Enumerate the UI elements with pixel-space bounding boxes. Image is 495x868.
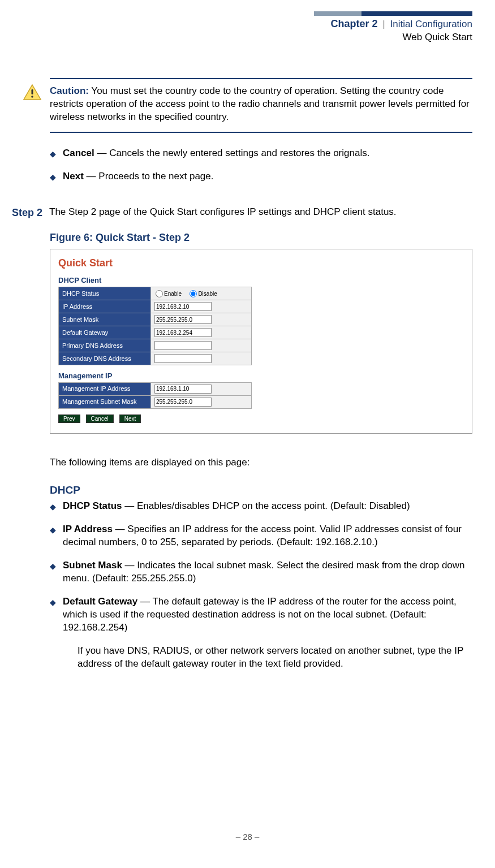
- svg-point-2: [31, 96, 33, 98]
- row-value: [151, 352, 252, 365]
- row-label: IP Address: [59, 300, 151, 313]
- caution-label: Caution:: [50, 85, 89, 96]
- dhcp-enable-radio[interactable]: [156, 290, 163, 297]
- diamond-icon: ◆: [50, 597, 56, 608]
- diamond-icon: ◆: [50, 561, 56, 572]
- row-value: [151, 300, 252, 313]
- dhcp-client-heading: DHCP Client: [58, 275, 464, 286]
- next-button[interactable]: Next: [119, 414, 141, 423]
- list-item: ◆ Next — Proceeds to the next page.: [50, 170, 472, 183]
- page-header: Chapter 2 | Initial Configuration Web Qu…: [23, 11, 472, 44]
- subnet-mask-input[interactable]: [154, 315, 212, 324]
- diamond-icon: ◆: [50, 149, 56, 159]
- dhcp-heading: DHCP: [50, 483, 472, 498]
- diamond-icon: ◆: [50, 502, 56, 512]
- dhcp-description-list: ◆ DHCP Status — Enables/disables DHCP on…: [50, 500, 472, 670]
- button-row: Prev Cancel Next: [58, 414, 464, 423]
- caution-block: Caution: You must set the country code t…: [50, 78, 472, 133]
- chapter-prefix: Chapter 2: [331, 18, 378, 29]
- bullet-text: — Indicates the local subnet mask. Selec…: [63, 560, 465, 584]
- bullet-bold: IP Address: [63, 524, 113, 534]
- list-item: ◆ Subnet Mask — Indicates the local subn…: [50, 559, 472, 585]
- row-label: DHCP Status: [59, 287, 151, 300]
- row-value: [151, 395, 252, 408]
- diamond-icon: ◆: [50, 525, 56, 536]
- header-decor: [314, 11, 472, 16]
- row-label: Secondary DNS Address: [59, 352, 151, 365]
- cancel-button[interactable]: Cancel: [86, 414, 114, 423]
- bullet-bold: Next: [63, 171, 84, 182]
- diamond-icon: ◆: [50, 172, 56, 183]
- bullet-bold: Cancel: [63, 148, 94, 158]
- management-ip-table: Management IP Address Management Subnet …: [58, 382, 252, 409]
- warning-icon: [23, 84, 42, 101]
- list-item: ◆ Default Gateway — The default gateway …: [50, 595, 472, 671]
- bullet-text: — Specifies an IP address for the access…: [63, 524, 462, 547]
- gateway-extra-text: If you have DNS, RADIUS, or other networ…: [78, 645, 472, 671]
- row-value: [151, 326, 252, 339]
- radio-label: Enable: [164, 291, 182, 297]
- secondary-dns-input[interactable]: [154, 354, 212, 363]
- list-item: ◆ Cancel — Cancels the newly entered set…: [50, 147, 472, 160]
- bullet-bold: Default Gateway: [63, 596, 137, 607]
- row-label: Primary DNS Address: [59, 339, 151, 352]
- intro-line: The following items are displayed on thi…: [50, 456, 472, 469]
- svg-rect-1: [32, 89, 33, 94]
- bullet-bold: Subnet Mask: [63, 560, 122, 571]
- figure-box: Quick Start DHCP Client DHCP Status Enab…: [50, 249, 472, 433]
- chapter-separator: |: [382, 19, 385, 29]
- header-subtitle: Web Quick Start: [23, 31, 472, 44]
- table-row: DHCP Status Enable Disable: [59, 287, 252, 300]
- table-row: IP Address: [59, 300, 252, 313]
- row-value: [151, 339, 252, 352]
- step-text: The Step 2 page of the Quick Start confi…: [49, 206, 397, 219]
- step-row: Step 2 The Step 2 page of the Quick Star…: [23, 206, 472, 219]
- row-label: Default Gateway: [59, 326, 151, 339]
- list-item: ◆ DHCP Status — Enables/disables DHCP on…: [50, 500, 472, 513]
- row-value: [151, 382, 252, 395]
- table-row: Management Subnet Mask: [59, 395, 252, 408]
- quick-start-title: Quick Start: [58, 256, 464, 270]
- table-row: Secondary DNS Address: [59, 352, 252, 365]
- list-item: ◆ IP Address — Specifies an IP address f…: [50, 523, 472, 549]
- bullet-text: — Proceeds to the next page.: [84, 171, 214, 182]
- cancel-next-list: ◆ Cancel — Cancels the newly entered set…: [50, 147, 472, 183]
- management-ip-heading: Management IP: [58, 371, 464, 381]
- row-value: [151, 313, 252, 326]
- row-value: Enable Disable: [151, 287, 252, 300]
- dhcp-client-table: DHCP Status Enable Disable IP Address Su…: [58, 287, 252, 365]
- ip-address-input[interactable]: [154, 302, 212, 311]
- row-label: Subnet Mask: [59, 313, 151, 326]
- bullet-bold: DHCP Status: [63, 500, 122, 511]
- primary-dns-input[interactable]: [154, 341, 212, 350]
- table-row: Management IP Address: [59, 382, 252, 395]
- prev-button[interactable]: Prev: [58, 414, 80, 423]
- table-row: Primary DNS Address: [59, 339, 252, 352]
- default-gateway-input[interactable]: [154, 328, 212, 337]
- table-row: Subnet Mask: [59, 313, 252, 326]
- bullet-text: — Cancels the newly entered settings and…: [94, 148, 370, 158]
- table-row: Default Gateway: [59, 326, 252, 339]
- row-label: Management Subnet Mask: [59, 395, 151, 408]
- bullet-text: — Enables/disables DHCP on the access po…: [122, 500, 410, 511]
- mgmt-ip-input[interactable]: [154, 385, 212, 394]
- row-label: Management IP Address: [59, 382, 151, 395]
- caution-text: You must set the country code to the cou…: [50, 85, 470, 122]
- mgmt-subnet-input[interactable]: [154, 398, 212, 407]
- dhcp-disable-radio[interactable]: [190, 290, 197, 297]
- step-label: Step 2: [3, 206, 49, 219]
- chapter-name: Initial Configuration: [390, 19, 472, 29]
- figure-caption: Figure 6: Quick Start - Step 2: [50, 231, 472, 244]
- page-footer: – 28 –: [0, 831, 495, 843]
- chapter-line: Chapter 2 | Initial Configuration: [23, 17, 472, 31]
- radio-label: Disable: [198, 291, 217, 297]
